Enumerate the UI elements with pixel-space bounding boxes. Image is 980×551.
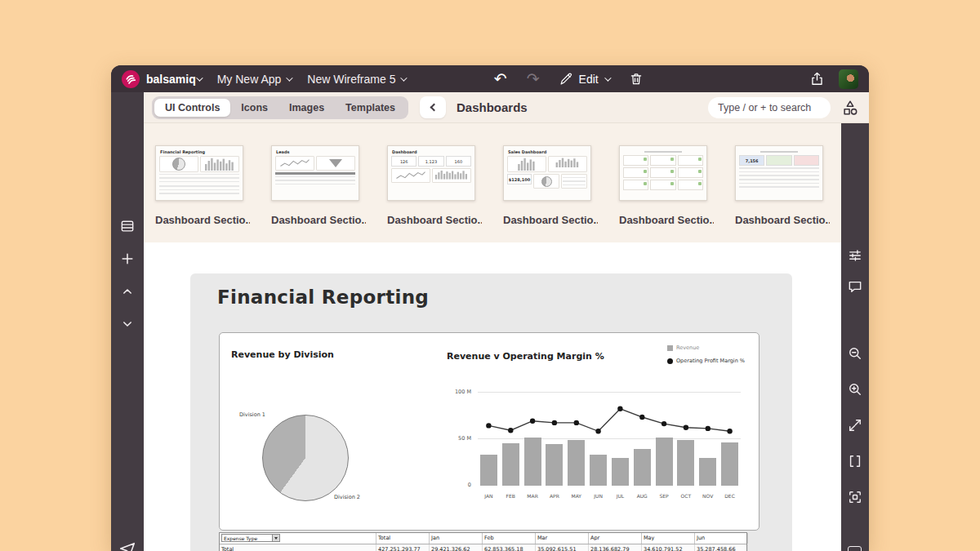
redo-icon[interactable]: ↷	[527, 71, 540, 87]
sliders-icon[interactable]	[845, 246, 865, 265]
pie-label-division-2: Division 2	[334, 494, 360, 500]
chevron-down-icon	[401, 74, 408, 81]
top-bar: balsamiq My New App New Wireframe 5 ↶ ↷ …	[111, 65, 869, 92]
right-rail	[841, 123, 869, 551]
balsamiq-logo-icon[interactable]	[122, 70, 140, 88]
chevron-down-icon	[604, 74, 611, 81]
legend-dot-icon	[667, 358, 673, 364]
combo-chart-title: Revenue v Operating Margin %	[447, 351, 604, 362]
select-arrow-icon	[272, 535, 279, 541]
pie-chart-title: Revenue by Division	[231, 349, 334, 360]
wireframe-canvas: Financial Reporting Revenue by Division …	[144, 242, 841, 551]
edit-label: Edit	[579, 73, 599, 86]
template-preview: 7,156	[735, 145, 823, 201]
project-menu-label: My New App	[217, 73, 282, 86]
wireframe-page-title[interactable]: Financial Reporting	[217, 287, 429, 308]
wireframe-list-icon[interactable]	[118, 216, 137, 236]
shapes-library-icon[interactable]	[840, 97, 861, 118]
ytick-50m: 50 M	[439, 435, 471, 442]
wireframe-menu-label: New Wireframe 5	[307, 73, 395, 86]
tab-images[interactable]: Images	[278, 99, 335, 117]
pie-label-division-1: Division 1	[239, 411, 265, 418]
library-tabs: UI Controls Icons Images Templates	[152, 96, 408, 119]
template-label: Dashboard Sectio...	[503, 214, 598, 226]
section-title: Dashboards	[457, 100, 528, 114]
template-label: Dashboard Sectio...	[735, 214, 830, 226]
combo-legend: Revenue Operating Profit Margin %	[667, 344, 745, 371]
project-menu[interactable]: My New App	[217, 73, 292, 86]
ytick-100m: 100 M	[439, 389, 471, 395]
zoom-in-icon[interactable]	[845, 380, 865, 399]
balsamiq-app-window: balsamiq My New App New Wireframe 5 ↶ ↷ …	[111, 65, 869, 551]
add-icon[interactable]	[118, 249, 137, 269]
template-thumbnail[interactable]: Dashboard1261,123160 Dashboard Sectio...	[387, 145, 482, 242]
comment-icon[interactable]	[845, 277, 865, 296]
template-preview: Dashboard1261,123160	[387, 145, 475, 201]
pie-chart[interactable]	[262, 415, 349, 501]
edit-mode-menu[interactable]: Edit	[559, 72, 609, 86]
template-thumbnail[interactable]: 7,156 Dashboard Sectio...	[735, 145, 830, 242]
tab-ui-controls[interactable]: UI Controls	[154, 99, 230, 117]
table-select-cell: Expense Type	[220, 533, 376, 544]
template-preview: Leads	[271, 145, 359, 201]
legend-revenue-label: Revenue	[676, 344, 699, 351]
chevron-up-icon[interactable]	[118, 282, 137, 301]
expense-table[interactable]: Expense Type TotalJanFebMarAprMayJun Tot…	[219, 532, 747, 551]
back-button[interactable]	[420, 96, 446, 118]
chevron-left-icon	[430, 104, 439, 112]
expand-icon[interactable]	[845, 415, 865, 435]
template-label: Dashboard Sectio...	[271, 214, 366, 226]
ytick-0: 0	[439, 482, 471, 488]
tab-templates[interactable]: Templates	[335, 99, 406, 117]
send-icon[interactable]	[118, 540, 136, 551]
combo-months: JANFEBMARAPRMAYJUNJULAUGSEPOCTNOVDEC	[478, 493, 741, 499]
template-preview	[619, 145, 707, 201]
chevron-down-icon[interactable]	[118, 314, 137, 334]
chevron-down-icon	[286, 74, 292, 81]
tab-icons[interactable]: Icons	[230, 99, 278, 117]
library-toolbar: UI Controls Icons Images Templates Dashb…	[144, 92, 869, 123]
template-label: Dashboard Sectio...	[619, 214, 714, 226]
search-input[interactable]	[708, 97, 831, 118]
panel-icon[interactable]	[848, 546, 862, 551]
user-avatar[interactable]	[839, 69, 858, 89]
template-label: Dashboard Sectio...	[387, 214, 482, 226]
charts-panel[interactable]: Revenue by Division Division 1 Division …	[219, 332, 760, 531]
table-data-row: Total427,251,293.7729,421,326.6262,853,3…	[220, 544, 746, 551]
expense-type-select[interactable]: Expense Type	[221, 534, 280, 542]
trash-icon[interactable]	[629, 72, 644, 87]
template-gallery: Financial Reporting Dashboard Sectio... …	[144, 123, 841, 242]
legend-square-icon	[667, 345, 673, 351]
template-preview: Financial Reporting	[155, 145, 243, 201]
share-icon[interactable]	[809, 71, 825, 87]
wireframe-menu[interactable]: New Wireframe 5	[307, 73, 405, 86]
template-label: Dashboard Sectio...	[155, 214, 250, 226]
undo-icon[interactable]: ↶	[494, 71, 507, 87]
legend-margin-label: Operating Profit Margin %	[676, 358, 745, 364]
template-thumbnail[interactable]: Dashboard Sectio...	[619, 145, 714, 242]
present-icon[interactable]	[845, 487, 865, 507]
template-thumbnail[interactable]: Financial Reporting Dashboard Sectio...	[155, 145, 250, 242]
template-preview: Sales Dashboard$128,100	[503, 145, 591, 201]
zoom-out-icon[interactable]	[845, 344, 865, 363]
pencil-icon	[559, 72, 573, 86]
chevron-down-icon	[196, 74, 203, 81]
template-thumbnail[interactable]: Leads Dashboard Sectio...	[271, 145, 366, 242]
brand-menu[interactable]: balsamiq	[146, 73, 196, 86]
table-header-row: Expense Type TotalJanFebMarAprMayJun	[220, 533, 746, 544]
combo-line	[478, 392, 741, 486]
brackets-icon[interactable]	[845, 451, 865, 471]
expense-type-value: Expense Type	[222, 535, 272, 541]
wireframe-sheet: Financial Reporting Revenue by Division …	[190, 273, 792, 551]
template-thumbnail[interactable]: Sales Dashboard$128,100 Dashboard Sectio…	[503, 145, 598, 242]
left-rail	[111, 92, 144, 551]
